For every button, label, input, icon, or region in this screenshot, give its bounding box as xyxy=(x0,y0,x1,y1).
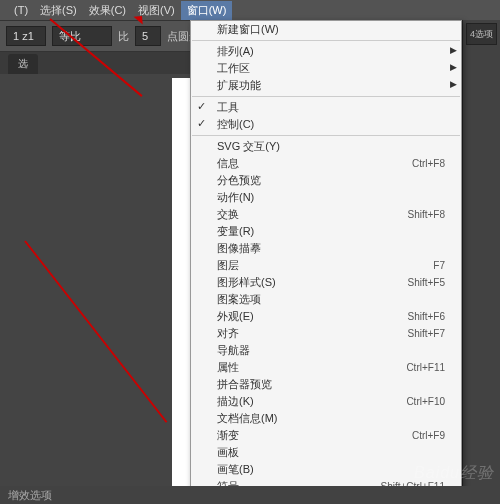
mi-separation-preview[interactable]: 分色预览 xyxy=(191,172,461,189)
mi-artboards[interactable]: 画板 xyxy=(191,444,461,461)
menu-select[interactable]: 选择(S) xyxy=(34,1,83,20)
mi-stroke[interactable]: 描边(K)Ctrl+F10 xyxy=(191,393,461,410)
doc-tab[interactable]: 选 xyxy=(8,54,38,74)
right-panel: 4选项 xyxy=(462,20,500,504)
panel-toggle[interactable]: 4选项 xyxy=(466,23,497,45)
mi-tools[interactable]: ✓工具 xyxy=(191,99,461,116)
zoom-field[interactable]: 1 z1 xyxy=(6,26,46,46)
submenu-arrow-icon: ▶ xyxy=(450,45,457,55)
mi-appearance[interactable]: 外观(E)Shift+F6 xyxy=(191,308,461,325)
mi-info[interactable]: 信息Ctrl+F8 xyxy=(191,155,461,172)
mi-pattern-options[interactable]: 图案选项 xyxy=(191,291,461,308)
mi-navigator[interactable]: 导航器 xyxy=(191,342,461,359)
menu-effect[interactable]: 效果(C) xyxy=(83,1,132,20)
mi-doc-info[interactable]: 文档信息(M) xyxy=(191,410,461,427)
mi-workspace[interactable]: 工作区▶ xyxy=(191,60,461,77)
mi-align[interactable]: 对齐Shift+F7 xyxy=(191,325,461,342)
mi-layers[interactable]: 图层F7 xyxy=(191,257,461,274)
window-dropdown: 新建窗口(W) 排列(A)▶ 工作区▶ 扩展功能▶ ✓工具 ✓控制(C) SVG… xyxy=(190,20,462,504)
mi-arrange[interactable]: 排列(A)▶ xyxy=(191,43,461,60)
watermark: Baidu经验 xyxy=(414,463,494,484)
submenu-arrow-icon: ▶ xyxy=(450,62,457,72)
menu-view[interactable]: 视图(V) xyxy=(132,1,181,20)
mi-actions[interactable]: 动作(N) xyxy=(191,189,461,206)
mi-svg-interactivity[interactable]: SVG 交互(Y) xyxy=(191,138,461,155)
check-icon: ✓ xyxy=(197,100,206,113)
menu-t[interactable]: (T) xyxy=(8,2,34,18)
ratio-label: 比 xyxy=(118,29,129,44)
sides-field[interactable]: 5 xyxy=(135,26,161,46)
mi-swap[interactable]: 交换Shift+F8 xyxy=(191,206,461,223)
mi-control[interactable]: ✓控制(C) xyxy=(191,116,461,133)
mi-attributes[interactable]: 属性Ctrl+F11 xyxy=(191,359,461,376)
mi-extensions[interactable]: 扩展功能▶ xyxy=(191,77,461,94)
mi-graphic-styles[interactable]: 图形样式(S)Shift+F5 xyxy=(191,274,461,291)
submenu-arrow-icon: ▶ xyxy=(450,79,457,89)
status-bar: 增效选项 xyxy=(0,486,500,504)
mi-variables[interactable]: 变量(R) xyxy=(191,223,461,240)
annotation-arrow xyxy=(24,240,167,422)
uniform-field[interactable]: 等比 xyxy=(52,26,112,46)
menu-window[interactable]: 窗口(W) xyxy=(181,1,233,20)
menu-bar: (T) 选择(S) 效果(C) 视图(V) 窗口(W) xyxy=(0,0,500,20)
mi-image-trace[interactable]: 图像描摹 xyxy=(191,240,461,257)
status-label: 增效选项 xyxy=(8,488,52,503)
mi-new-window[interactable]: 新建窗口(W) xyxy=(191,21,461,38)
check-icon: ✓ xyxy=(197,117,206,130)
mi-flattener-preview[interactable]: 拼合器预览 xyxy=(191,376,461,393)
mi-gradient[interactable]: 渐变Ctrl+F9 xyxy=(191,427,461,444)
